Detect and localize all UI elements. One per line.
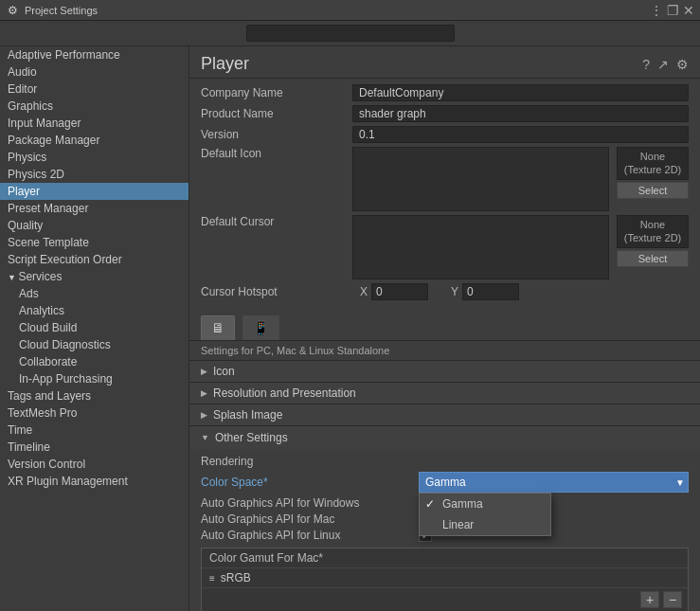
resolution-section: Resolution and Presentation (189, 382, 700, 404)
auto-graphics-linux-label: Auto Graphics API for Linux (201, 529, 419, 542)
icon-select-button[interactable]: Select (617, 182, 689, 199)
sidebar-item-ads[interactable]: Ads (0, 285, 188, 302)
srgb-label: sRGB (221, 571, 251, 584)
maximize-button[interactable]: ❐ (667, 3, 679, 18)
splash-section-label: Splash Image (213, 408, 282, 422)
gamma-label: Gamma (442, 497, 483, 511)
linear-label: Linear (442, 518, 474, 531)
sidebar-item-audio[interactable]: Audio (0, 63, 188, 81)
expand-icon[interactable]: ↗ (657, 57, 669, 72)
company-name-label: Company Name (201, 86, 352, 99)
sidebar-item-time[interactable]: Time (0, 422, 188, 439)
color-space-dropdown-wrapper[interactable]: Gamma Linear ▼ Gamma Linear (419, 472, 689, 493)
srgb-item: ≡ sRGB (202, 568, 688, 587)
splash-section-header[interactable]: Splash Image (189, 404, 700, 425)
title-bar-controls: ⋮ ❐ ✕ (650, 3, 694, 18)
resolution-section-arrow (201, 388, 207, 398)
sidebar-item-player[interactable]: Player (0, 183, 188, 200)
sidebar-group-services[interactable]: Services (0, 268, 188, 285)
default-icon-area: None(Texture 2D) Select (352, 147, 689, 211)
splash-section: Splash Image (189, 404, 700, 425)
rendering-label: Rendering (201, 455, 689, 468)
platform-tabs: 🖥 📱 (189, 312, 700, 341)
sidebar-item-analytics[interactable]: Analytics (0, 302, 188, 319)
cursor-hotspot-y-input[interactable] (462, 283, 519, 300)
sidebar-item-in-app-purchasing[interactable]: In-App Purchasing (0, 370, 188, 387)
menu-button[interactable]: ⋮ (650, 3, 663, 18)
basic-settings-section: Company Name Product Name Version Defaul… (189, 79, 700, 312)
settings-icon[interactable]: ⚙ (676, 57, 689, 72)
y-label: Y (451, 285, 458, 298)
sidebar-item-editor[interactable]: Editor (0, 81, 188, 98)
tab-pc-mac-linux[interactable]: 🖥 (201, 315, 235, 340)
color-space-label: Color Space* (201, 476, 419, 489)
icon-section-label: Icon (213, 365, 235, 378)
cursor-hotspot-y: Y (451, 283, 519, 300)
srgb-icon: ≡ (209, 573, 215, 584)
search-input[interactable] (246, 25, 455, 42)
default-cursor-label: Default Cursor (201, 215, 352, 228)
linear-option[interactable]: Linear (420, 514, 550, 535)
color-gamut-section: Color Gamut For Mac* ≡ sRGB + − (201, 548, 689, 611)
cursor-hotspot-row: Cursor Hotspot X Y (201, 283, 689, 300)
cursor-hotspot-x-input[interactable] (371, 283, 428, 300)
sidebar-item-timeline[interactable]: Timeline (0, 439, 188, 456)
sidebar-item-quality[interactable]: Quality (0, 217, 188, 234)
auto-graphics-windows-label: Auto Graphics API for Windows (201, 496, 419, 510)
sidebar: Adaptive Performance Audio Editor Graphi… (0, 46, 189, 611)
cursor-side-panel: None(Texture 2D) Select (613, 215, 689, 279)
settings-description: Settings for PC, Mac & Linux Standalone (189, 341, 700, 360)
sidebar-item-version-control[interactable]: Version Control (0, 456, 188, 473)
color-space-row: Color Space* Gamma Linear ▼ Gamma Linear (201, 472, 689, 493)
cursor-hotspot-label: Cursor Hotspot (201, 285, 352, 298)
company-name-row: Company Name (201, 84, 689, 101)
sidebar-item-textmesh-pro[interactable]: TextMesh Pro (0, 404, 188, 422)
icon-section-arrow (201, 367, 207, 376)
sidebar-item-physics[interactable]: Physics (0, 149, 188, 166)
color-gamut-label: Color Gamut For Mac* (209, 551, 323, 565)
sidebar-item-input-manager[interactable]: Input Manager (0, 115, 188, 132)
sidebar-item-graphics[interactable]: Graphics (0, 98, 188, 115)
color-space-select[interactable]: Gamma Linear (419, 472, 689, 493)
sidebar-item-physics-2d[interactable]: Physics 2D (0, 166, 188, 183)
sidebar-item-xr-plugin-management[interactable]: XR Plugin Management (0, 473, 188, 490)
version-input[interactable] (352, 126, 689, 143)
sidebar-item-cloud-build[interactable]: Cloud Build (0, 319, 188, 336)
icon-section-header[interactable]: Icon (189, 361, 700, 382)
gamma-option[interactable]: Gamma (420, 494, 550, 514)
sidebar-item-preset-manager[interactable]: Preset Manager (0, 200, 188, 217)
title-bar: ⚙ Project Settings ⋮ ❐ ✕ (0, 0, 700, 21)
company-name-input[interactable] (352, 84, 689, 101)
cursor-none-label: None(Texture 2D) (617, 215, 689, 248)
gamut-remove-button[interactable]: − (663, 591, 682, 608)
cursor-preview-area (352, 215, 609, 279)
other-settings-header[interactable]: Other Settings (189, 425, 700, 449)
version-label: Version (201, 128, 352, 141)
color-space-popup: Gamma Linear (419, 493, 551, 536)
content-header: Player ? ↗ ⚙ (189, 46, 700, 79)
color-gamut-header: Color Gamut For Mac* (202, 548, 688, 568)
default-cursor-area: None(Texture 2D) Select (352, 215, 689, 279)
default-icon-label: Default Icon (201, 147, 352, 160)
product-name-input[interactable] (352, 105, 689, 122)
cursor-hotspot-x: X (360, 283, 428, 300)
page-title: Player (201, 54, 249, 74)
close-button[interactable]: ✕ (683, 3, 694, 18)
sidebar-item-collaborate[interactable]: Collaborate (0, 353, 188, 370)
sidebar-item-scene-template[interactable]: Scene Template (0, 234, 188, 251)
cursor-select-button[interactable]: Select (617, 250, 689, 267)
icon-side-panel: None(Texture 2D) Select (613, 147, 689, 211)
gamut-add-button[interactable]: + (640, 591, 659, 608)
help-icon[interactable]: ? (642, 57, 650, 72)
sidebar-item-script-execution-order[interactable]: Script Execution Order (0, 251, 188, 268)
monitor-icon: 🖥 (211, 320, 224, 335)
sidebar-item-package-manager[interactable]: Package Manager (0, 132, 188, 149)
sidebar-item-cloud-diagnostics[interactable]: Cloud Diagnostics (0, 336, 188, 353)
resolution-section-header[interactable]: Resolution and Presentation (189, 383, 700, 404)
tab-android[interactable]: 📱 (242, 315, 279, 340)
splash-section-arrow (201, 410, 207, 420)
title-bar-title: Project Settings (25, 5, 644, 16)
sidebar-item-adaptive-performance[interactable]: Adaptive Performance (0, 46, 188, 63)
sidebar-item-tags-and-layers[interactable]: Tags and Layers (0, 387, 188, 404)
x-label: X (360, 285, 368, 298)
